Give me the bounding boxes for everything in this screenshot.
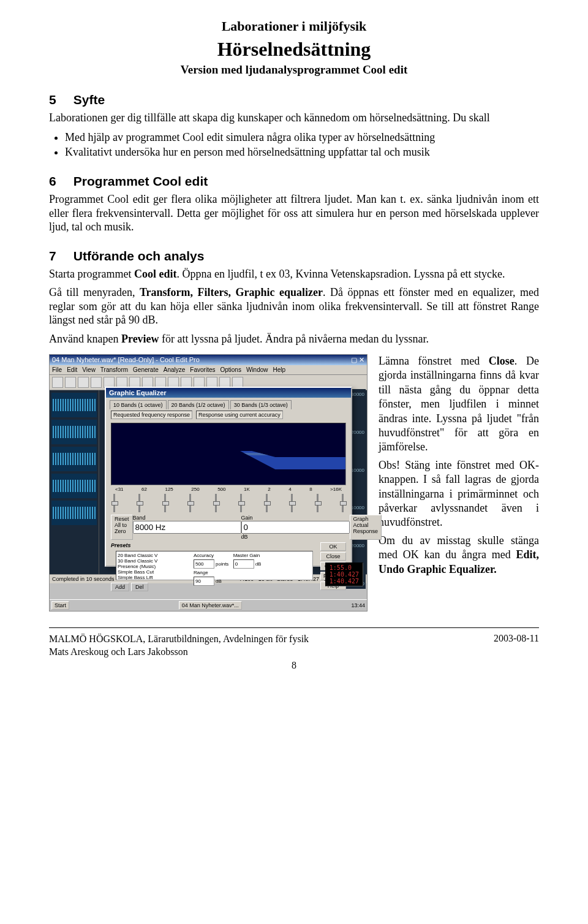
footer-date: 2003-08-11 (494, 633, 539, 659)
section-5-title: Syfte (74, 93, 105, 107)
section-6-para: Programmet Cool edit ger flera olika möj… (49, 192, 539, 234)
dialog-title: Graphic Equalizer (106, 388, 351, 398)
taskbar[interactable]: Start 04 Man Nyheter.wav*... 13:44 (50, 599, 367, 611)
presets-box: 20 Band Classic V30 Band Classic VPresen… (116, 551, 313, 580)
eq-sliders[interactable] (111, 494, 346, 512)
accuracy-input[interactable] (194, 559, 214, 569)
section-7-number: 7 (49, 249, 70, 263)
reset-button[interactable]: Reset All to Zero (111, 515, 133, 540)
taskbar-clock: 13:44 (351, 602, 365, 608)
eq-graph: <31621252505001K248>16K (111, 423, 346, 485)
section-7-para1: Starta programmet Cool edit. Öppna en lj… (49, 267, 539, 281)
tab-30-bands[interactable]: 30 Bands (1/3 octave) (230, 400, 292, 409)
footer-affiliation: MALMÖ HÖGSKOLA, Lärarutbildningen, Avdel… (49, 633, 309, 646)
section-5-intro: Laborationen ger dig tillfälle att skapa… (49, 111, 539, 125)
section-5-number: 5 (49, 93, 70, 107)
tab-10-bands[interactable]: 10 Bands (1 octave) (110, 400, 167, 409)
right-p2: Obs! Stäng inte fönstret med OK-knappen.… (379, 458, 539, 530)
ok-button[interactable]: OK (320, 542, 346, 551)
doc-subtitle: Version med ljudanalysprogrammet Cool ed… (49, 63, 539, 77)
bullet-2: Kvalitativt undersöka hur en person med … (65, 145, 539, 159)
waveform-panel (50, 390, 99, 574)
tab-20-bands[interactable]: 20 Bands (1/2 octave) (168, 400, 229, 409)
section-6-number: 6 (49, 174, 70, 189)
window-titlebar: 04 Man Nyheter.wav* [Read-Only] - Cool E… (50, 355, 367, 365)
right-text-column: Lämna fönstret med Close. De gjorda inst… (379, 354, 539, 612)
page-footer: MALMÖ HÖGSKOLA, Lärarutbildningen, Avdel… (49, 633, 539, 659)
section-7-heading: 7 Utförande och analys (49, 249, 539, 263)
section-7-para2: Gå till menyraden, Transform, Filters, G… (49, 286, 539, 327)
eq-response-labels: Requested frequency response Response us… (106, 409, 351, 420)
right-p3: Om du av misstag skulle stänga med OK ka… (379, 534, 539, 577)
time-display: 1:55.0 1:40.427 1:40.427 (325, 562, 363, 586)
footer-rule (49, 627, 539, 628)
section-6-heading: 6 Programmet Cool edit (49, 174, 539, 189)
gain-input[interactable] (241, 521, 350, 534)
graphic-equalizer-dialog: Graphic Equalizer 10 Bands (1 octave) 20… (105, 387, 352, 567)
page-number: 8 (49, 660, 539, 671)
band-input[interactable] (133, 521, 241, 534)
doc-title: Hörselnedsättning (49, 38, 539, 61)
mastergain-input[interactable] (233, 559, 254, 569)
presets-list[interactable]: 20 Band Classic V30 Band Classic VPresen… (116, 551, 192, 580)
taskbar-app[interactable]: 04 Man Nyheter.wav*... (179, 601, 242, 610)
bullet-1: Med hjälp av programmet Cool edit simule… (65, 130, 539, 145)
right-p1: Lämna fönstret med Close. De gjorda inst… (379, 354, 539, 455)
window-controls[interactable]: ▢ ✕ (351, 356, 364, 364)
graph-response-button[interactable]: Graph Actual Response (350, 515, 382, 540)
presets-label: Presets (111, 542, 318, 548)
close-button[interactable]: Close (320, 552, 346, 561)
lab-series-header: Laborationer i miljöfysik (49, 18, 539, 34)
section-7-para3: Använd knapen Preview för att lyssna på … (49, 332, 539, 346)
window-title: 04 Man Nyheter.wav* [Read-Only] - Cool E… (52, 356, 200, 364)
section-7-title: Utförande och analys (74, 249, 205, 263)
cool-edit-screenshot: 04 Man Nyheter.wav* [Read-Only] - Cool E… (49, 354, 368, 612)
figure-row: 04 Man Nyheter.wav* [Read-Only] - Cool E… (49, 354, 539, 612)
eq-controls: Reset All to Zero Band Gain dB Graph Act… (111, 515, 346, 540)
range-input[interactable] (194, 577, 214, 586)
footer-authors: Mats Areskoug och Lars Jakobsson (49, 646, 309, 659)
section-5-bullets: Med hjälp av programmet Cool edit simule… (49, 130, 539, 160)
document-page: Laborationer i miljöfysik Hörselnedsättn… (24, 0, 564, 689)
app-menubar[interactable]: FileEditViewTransformGenerateAnalyzeFavo… (50, 365, 367, 375)
section-6-title: Programmet Cool edit (74, 174, 208, 188)
add-preset-button[interactable]: Add (111, 583, 129, 591)
eq-tabs[interactable]: 10 Bands (1 octave) 20 Bands (1/2 octave… (106, 398, 351, 409)
start-button[interactable]: Start (51, 601, 69, 610)
del-preset-button[interactable]: Del (131, 583, 148, 591)
section-5-heading: 5 Syfte (49, 93, 539, 107)
